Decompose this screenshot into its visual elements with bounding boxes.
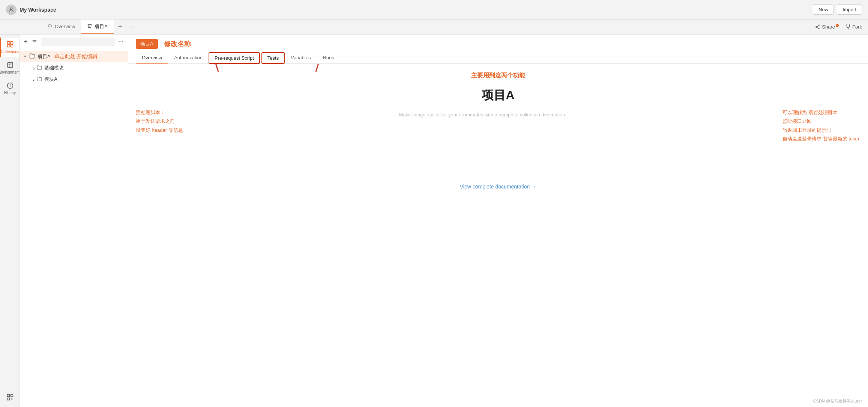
svg-rect-13	[10, 42, 13, 44]
sub-tab-variables[interactable]: Variables	[285, 52, 317, 64]
svg-rect-22	[7, 398, 9, 400]
pre-request-desc1: 用于发送请求之前	[136, 118, 175, 124]
panel-toolbar: + ···	[20, 35, 128, 49]
svg-point-2	[816, 26, 817, 28]
import-button[interactable]: Import	[837, 5, 862, 15]
history-label: History	[4, 91, 16, 95]
description-placeholder: Make things easier for your teammates wi…	[399, 112, 567, 118]
sub-item-label-1: 基础模块	[44, 65, 64, 71]
svg-point-6	[847, 24, 847, 25]
sub-tabs: Overview Authorization Pre-request Scrip…	[128, 52, 868, 64]
svg-line-5	[817, 26, 818, 26]
tests-desc3: 自动发送登录请求 替换最新的 token	[782, 136, 860, 142]
share-button[interactable]: Share	[815, 24, 839, 30]
sub-item-jichumokuai[interactable]: › 基础模块	[20, 62, 128, 74]
panel-search-input[interactable]	[41, 38, 114, 46]
svg-line-4	[817, 27, 818, 28]
collection-name-project-a: 项目A	[38, 53, 51, 60]
tests-title: 可以理解为 后置处理脚本：	[782, 110, 842, 115]
share-notification-dot	[836, 24, 839, 27]
svg-point-0	[10, 8, 12, 9]
fork-label: Fork	[852, 24, 862, 30]
collection-title-annotation: 修改名称	[164, 39, 191, 48]
content-area: 项目A 修改名称 Overview Authorization Pre-requ…	[128, 35, 868, 407]
svg-rect-12	[7, 42, 10, 44]
environments-label: Environments	[0, 70, 21, 74]
tab-actions: Share Fork	[815, 20, 868, 34]
content-body: 主要用到这两个功能 项目A 预处理脚本： 用于发送请求之前 设置好 header…	[128, 64, 868, 395]
panel-more-button[interactable]: ···	[118, 38, 124, 46]
pre-request-title: 预处理脚本：	[136, 110, 165, 115]
tests-desc1: 监听接口返回	[782, 118, 812, 124]
svg-point-7	[849, 24, 850, 25]
collection-item-project-a[interactable]: ▼ 项目A 单击此处 开始编辑	[20, 51, 128, 62]
sub-item-label-2: 模块A	[44, 76, 57, 83]
collection-pill[interactable]: 项目A	[136, 39, 158, 49]
svg-rect-21	[11, 395, 13, 397]
collection-main-title: 项目A	[136, 87, 860, 104]
tab-more-button[interactable]: ···	[126, 20, 137, 34]
share-label: Share	[822, 24, 835, 30]
sidebar-item-widgets[interactable]	[0, 390, 19, 404]
svg-point-3	[818, 28, 820, 29]
sidebar-icons: Collections Environments History	[0, 35, 20, 407]
new-button[interactable]: New	[813, 5, 834, 15]
tests-desc2: 当返回未登录的提示时	[782, 127, 831, 133]
tab-project-a-label: 项目A	[95, 23, 108, 30]
footer-text: CSDN @琵琶发抖洞人.gor	[128, 395, 868, 407]
sub-tab-authorization[interactable]: Authorization	[168, 52, 209, 64]
trash-icon	[87, 23, 92, 30]
workspace-name: My Workspace	[20, 7, 813, 13]
chevron-right-icon: ›	[33, 65, 35, 71]
svg-rect-15	[10, 45, 13, 47]
collections-panel: + ··· ▼ 项目A 单击此处 开始编辑 ›	[20, 35, 128, 407]
panel-add-button[interactable]: +	[23, 38, 28, 46]
tab-add-button[interactable]: +	[114, 20, 127, 34]
view-docs-label: View complete documentation →	[460, 184, 536, 190]
svg-rect-16	[8, 62, 12, 67]
main-annotation-text: 主要用到这两个功能	[136, 72, 860, 80]
svg-rect-20	[7, 395, 9, 397]
sidebar-item-environments[interactable]: Environments	[0, 58, 19, 77]
workspace-avatar	[6, 5, 17, 15]
collections-list: ▼ 项目A 单击此处 开始编辑 › 基础模块 ›	[20, 49, 128, 407]
tab-overview-label: Overview	[55, 24, 75, 29]
sidebar-item-history[interactable]: History	[0, 79, 19, 98]
chevron-right-icon-2: ›	[33, 77, 35, 82]
svg-rect-14	[7, 45, 10, 47]
fork-button[interactable]: Fork	[845, 24, 862, 30]
tab-bar: Overview 项目A + ··· Share Fork	[0, 20, 868, 35]
cloud-icon	[47, 23, 53, 30]
tab-project-a[interactable]: 项目A	[81, 20, 114, 34]
top-header: My Workspace New Import	[0, 0, 868, 20]
view-docs-link[interactable]: View complete documentation →	[136, 176, 860, 190]
sidebar-item-collections[interactable]: Collections	[0, 38, 19, 57]
sub-tab-tests[interactable]: Tests	[261, 52, 285, 64]
sub-item-moduala[interactable]: › 模块A	[20, 74, 128, 85]
collection-header: 项目A 修改名称	[128, 35, 868, 49]
sub-tab-runs[interactable]: Runs	[317, 52, 340, 64]
collection-name-annotation: 单击此处 开始编辑	[54, 53, 98, 60]
sub-tab-overview[interactable]: Overview	[136, 52, 168, 64]
svg-point-1	[818, 25, 820, 26]
pre-request-annotation: 预处理脚本： 用于发送请求之前 设置好 header 等信息	[136, 108, 183, 153]
svg-point-8	[848, 29, 848, 29]
tests-annotation: 可以理解为 后置处理脚本： 监听接口返回 当返回未登录的提示时 自动发送登录请求…	[782, 108, 860, 153]
panel-filter-button[interactable]	[31, 38, 38, 45]
sub-folder-icon-2	[37, 76, 42, 83]
sub-tab-pre-request-script[interactable]: Pre-request Script	[209, 52, 260, 64]
folder-icon	[29, 53, 35, 60]
sub-folder-icon-1	[37, 65, 42, 71]
main-area: Collections Environments History	[0, 35, 868, 407]
tab-overview[interactable]: Overview	[41, 20, 81, 34]
collections-label: Collections	[1, 50, 19, 54]
chevron-down-icon: ▼	[23, 54, 27, 59]
pre-request-desc2: 设置好 header 等信息	[136, 127, 183, 133]
